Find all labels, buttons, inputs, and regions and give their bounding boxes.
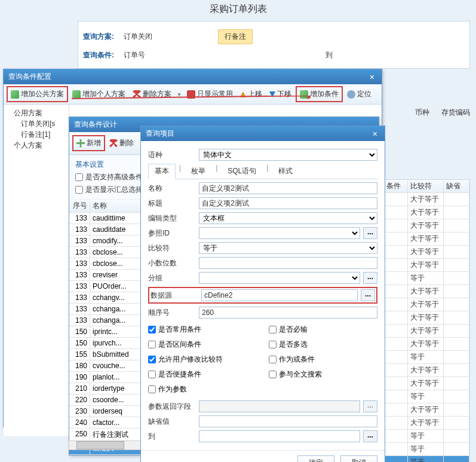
compare-select[interactable]: 等于 — [199, 242, 377, 254]
new-button[interactable]: 新增 — [72, 135, 105, 151]
table-row[interactable]: 大于等于 — [384, 206, 469, 219]
tree-public[interactable]: 公用方案 — [7, 108, 66, 118]
browse-button[interactable]: ... — [363, 227, 377, 239]
table-row[interactable]: 等于 — [384, 456, 469, 462]
delete-button[interactable]: 删除 — [106, 136, 137, 150]
seq-input[interactable] — [199, 307, 377, 319]
chk-param[interactable] — [148, 385, 156, 393]
lang-select[interactable]: 简体中文 — [199, 149, 377, 161]
scheme-value: 订单关闭 — [124, 32, 213, 42]
delete-scheme-button[interactable]: 删除方案 — [130, 87, 174, 101]
add-public-scheme-button[interactable]: 增加公共方案 — [7, 86, 68, 102]
cancel-button[interactable]: 取消 — [340, 455, 377, 462]
designer-title: 查询条件设计 — [74, 120, 117, 130]
table-row[interactable]: 等于 — [384, 443, 469, 456]
dialog-titlebar[interactable]: 查询项目 × — [141, 126, 385, 141]
table-row[interactable]: 大于等于 — [384, 219, 469, 232]
title-label: 标题 — [148, 198, 196, 209]
add-icon — [300, 90, 308, 99]
col-currency: 币种 — [415, 108, 429, 118]
tree-item[interactable]: 订单关闭[s — [7, 118, 66, 129]
table-row[interactable]: 大于等于 — [384, 232, 469, 246]
table-row[interactable]: 大于等于 — [384, 311, 469, 325]
ref-id-label: 参照ID — [148, 228, 196, 238]
browse-button[interactable]: ... — [363, 272, 377, 284]
table-row[interactable]: 等于 — [384, 390, 469, 403]
chk-common[interactable] — [148, 326, 156, 334]
table-row[interactable]: 大于等于 — [384, 193, 469, 206]
table-row[interactable]: 大于等于 — [384, 377, 469, 390]
ref-id-select[interactable] — [199, 227, 360, 239]
dialog-tabs: 基本 |枚举 |SQL语句 |样式 — [148, 164, 377, 179]
locate-icon — [347, 90, 355, 99]
decimals-input[interactable] — [199, 257, 377, 269]
locate-button[interactable]: 定位 — [344, 87, 374, 101]
browse-button[interactable]: ... — [363, 430, 377, 442]
datasource-input[interactable] — [201, 289, 358, 301]
chk-required[interactable] — [269, 326, 277, 334]
table-row[interactable]: 大于等于 — [384, 338, 469, 351]
tab-enum[interactable]: 枚举 — [185, 164, 212, 179]
config-title: 查询条件配置 — [8, 72, 51, 82]
chk-allow-mod[interactable] — [148, 356, 156, 363]
table-row[interactable]: 大于等于 — [384, 417, 469, 430]
advanced-cond-checkbox[interactable] — [75, 173, 83, 181]
table-row[interactable]: 大于等于 — [384, 246, 469, 259]
scheme-label: 查询方案: — [83, 32, 119, 42]
ret-field-input — [199, 400, 360, 412]
default-label: 缺省值 — [148, 417, 196, 427]
table-row[interactable]: 等于 — [384, 272, 469, 285]
add-icon — [72, 90, 81, 99]
ok-button[interactable]: 确定 — [297, 455, 334, 462]
seq-label: 顺序号 — [148, 308, 196, 318]
chk-fulltext[interactable] — [269, 371, 277, 378]
tree-personal[interactable]: 个人方案 — [7, 140, 66, 151]
name-input[interactable] — [199, 182, 377, 194]
close-icon[interactable]: × — [367, 72, 377, 82]
config-titlebar[interactable]: 查询条件配置 × — [4, 69, 382, 84]
edit-type-select[interactable]: 文本框 — [199, 212, 377, 224]
show-summary-checkbox[interactable] — [75, 186, 83, 194]
cond-value: 订单号 — [124, 50, 213, 60]
chk-range[interactable] — [148, 341, 156, 348]
note-button[interactable]: 行备注 — [218, 29, 253, 44]
add-personal-scheme-button[interactable]: 增加个人方案 — [69, 87, 128, 101]
table-row[interactable]: 等于 — [384, 351, 469, 364]
tree-item[interactable]: 行备注[1] — [7, 129, 66, 140]
group-label: 分组 — [148, 273, 196, 283]
bg-columns: 币种 存货编码 — [415, 108, 470, 118]
advanced-cond-label: 是否支持高级条件 — [85, 172, 143, 182]
to-input[interactable] — [199, 430, 360, 442]
chk-quick[interactable] — [148, 371, 156, 378]
table-row[interactable]: 大于等于 — [384, 285, 469, 298]
rcol-def: 缺省 — [444, 180, 469, 192]
tab-sql[interactable]: SQL语句 — [221, 164, 263, 179]
tab-style[interactable]: 样式 — [272, 164, 299, 179]
delete-icon — [133, 90, 141, 99]
browse-button[interactable]: ... — [363, 400, 377, 412]
close-icon[interactable]: × — [370, 129, 380, 139]
move-up-button[interactable]: 上移 — [237, 87, 265, 101]
delete-icon — [109, 139, 118, 148]
default-input[interactable] — [199, 415, 377, 427]
table-row[interactable]: 等于 — [384, 430, 469, 443]
browse-button[interactable]: ... — [361, 289, 375, 301]
scrollbar-thumb[interactable] — [76, 441, 124, 449]
table-row[interactable]: 大于等于 — [384, 364, 469, 377]
title-input[interactable] — [199, 197, 377, 209]
group-select[interactable] — [199, 272, 360, 284]
table-row[interactable]: 大于等于 — [384, 298, 469, 311]
chk-or[interactable] — [269, 356, 277, 363]
down-icon — [269, 91, 275, 97]
add-condition-button[interactable]: 增加条件 — [296, 86, 343, 102]
table-row[interactable]: 大于等于 — [384, 403, 469, 417]
config-toolbar: 增加公共方案 增加个人方案 删除方案 ▾ 只显示常用 上移 下移 增加条件 定位 — [4, 84, 382, 105]
chk-multi[interactable] — [269, 341, 277, 348]
only-common-button[interactable]: 只显示常用 — [184, 87, 236, 101]
query-item-dialog: 查询项目 × 语种 简体中文 基本 |枚举 |SQL语句 |样式 名称 标题 编… — [140, 126, 385, 462]
move-down-button[interactable]: 下移 — [266, 87, 294, 101]
rcol-cond: 条件 — [384, 180, 408, 192]
tab-basic[interactable]: 基本 — [148, 164, 176, 179]
table-row[interactable]: 大于等于 — [384, 325, 469, 338]
table-row[interactable]: 大于等于 — [384, 259, 469, 272]
